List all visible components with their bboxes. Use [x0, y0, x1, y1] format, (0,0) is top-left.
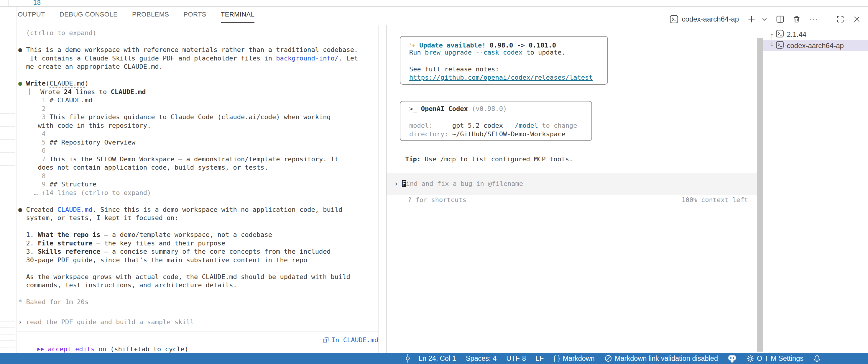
terminal-text: . Since this is a demo workspace with no… [93, 206, 343, 213]
new-terminal-button[interactable] [747, 14, 756, 24]
terminal-line: 30-page PDF guide, since that's the main… [18, 256, 378, 265]
terminal-line: 4 [18, 130, 378, 138]
terminal-icon [776, 30, 784, 39]
copilot-icon [728, 354, 737, 363]
terminal-line: system, or tests, I kept it focused on: [18, 214, 378, 222]
panel-tab-bar: OUTPUT DEBUG CONSOLE PROBLEMS PORTS TERM… [18, 6, 254, 23]
terminal-text: to update. [522, 49, 565, 56]
codex-prompt-row[interactable]: › Find and fix a bug in @filename [386, 173, 757, 195]
terminal-list-label: codex-aarch64-ap [786, 41, 843, 50]
terminal-list-label: 2.1.44 [786, 30, 806, 39]
notifications-bell[interactable] [813, 355, 821, 362]
terminal-text: … +14 lines (ctrl+o to expand) [18, 189, 151, 196]
terminal-line [409, 57, 607, 65]
actions-divider [827, 14, 827, 24]
terminal-text: 1. [18, 231, 38, 238]
claude-prompt-input[interactable]: › read the PDF guide and build a sample … [18, 318, 194, 327]
terminal-text: ⎿ Wrote [18, 88, 64, 96]
terminal-line: 3 This file provides guidance to Claude … [18, 113, 378, 122]
terminal-text: (v0.98.0) [468, 105, 507, 112]
terminal-line: 5 ## Repository Overview [18, 138, 378, 147]
terminal-line: (ctrl+o to expand) [18, 29, 378, 37]
codex-prompt-input[interactable]: › Find and fix a bug in @filename [394, 180, 523, 188]
terminal-link[interactable]: CLAUDE.md [57, 206, 92, 213]
claude-input-divider [17, 332, 378, 332]
close-panel-button[interactable] [852, 15, 861, 23]
codex-terminal[interactable]: ✦✦ Update available! 0.98.0 -> 0.101.0Ru… [386, 25, 757, 353]
codex-banner-box: >_ OpenAI Codex (v0.98.0) model: gpt-5.2… [400, 101, 592, 141]
terminal-tabs-list: ┌ 2.1.44 └ codex-aarch64-ap [763, 25, 868, 353]
terminal-list-item[interactable]: ┌ 2.1.44 [763, 29, 868, 40]
terminal-list-item-selected[interactable]: └ codex-aarch64-ap [763, 40, 868, 51]
terminal-text [18, 38, 22, 45]
encoding-indicator[interactable]: UTF-8 [506, 355, 526, 363]
tab-debug-console[interactable]: DEBUG CONSOLE [60, 6, 118, 23]
terminal-text: 3 [18, 113, 50, 121]
indentation-indicator[interactable]: Spaces: 4 [466, 355, 497, 363]
terminal-text: # CLAUDE.md [50, 96, 93, 104]
terminal-line: Tip: Use /mcp to list configured MCP too… [405, 155, 573, 164]
terminal-text: with code in this repository. [18, 122, 151, 129]
active-terminal-label: codex-aarch64-ap [682, 15, 739, 23]
accept-mode-label[interactable]: accept edits on [48, 345, 110, 353]
left-pane-edge [378, 25, 379, 353]
more-actions-button[interactable]: ··· [809, 18, 818, 21]
overlapping-squares-icon [322, 337, 329, 343]
tab-ports[interactable]: PORTS [183, 6, 206, 23]
cursor-position-indicator[interactable]: Ln 24, Col 1 [418, 355, 456, 363]
eol-indicator[interactable]: LF [536, 355, 544, 363]
terminal-line: directory: ~/GitHub/SFLOW-Demo-Workspace [409, 130, 591, 139]
git-commit-indicator[interactable] [405, 353, 410, 363]
circle-slash-icon [604, 355, 612, 362]
terminal-text: As the workspace grows with actual code,… [18, 273, 350, 280]
claude-terminal-output[interactable]: (ctrl+o to expand) ● This is a demo work… [18, 29, 378, 306]
terminal-text: . Let [338, 55, 358, 62]
sliver-row-lines [0, 321, 15, 355]
in-file-indicator[interactable]: In CLAUDE.md [322, 336, 378, 344]
terminal-icon [670, 15, 678, 24]
tab-output[interactable]: OUTPUT [18, 6, 45, 23]
terminal-link[interactable]: https://github.com/openai/codex/releases… [409, 74, 593, 81]
terminal-text: ## Repository Overview [50, 139, 135, 146]
terminal-text: CLAUDE.md [50, 80, 85, 88]
active-terminal-chip[interactable]: codex-aarch64-ap [670, 15, 739, 24]
terminal-line: 2 [18, 105, 378, 113]
terminal-text [18, 265, 22, 272]
terminal-text: ● Created [18, 206, 57, 213]
terminal-scrollbar[interactable] [757, 38, 763, 352]
terminal-link[interactable]: background-info/ [276, 55, 338, 62]
terminal-icon [776, 41, 784, 51]
codex-footer: ? for shortcuts 100% context left [386, 196, 748, 205]
maximize-panel-button[interactable] [836, 15, 845, 24]
terminal-text: does not contain application code, build… [18, 164, 268, 171]
terminal-text: 6 [18, 147, 46, 154]
split-terminal-button[interactable] [776, 15, 784, 24]
terminal-text: * Baked for 1m 20s [18, 298, 88, 306]
commit-node-icon [405, 353, 410, 363]
copilot-status[interactable] [728, 354, 737, 363]
terminal-line [18, 37, 378, 46]
kill-terminal-button[interactable] [793, 15, 801, 23]
tab-problems[interactable]: PROBLEMS [132, 6, 169, 23]
language-mode-indicator[interactable]: { } Markdown [553, 355, 595, 363]
terminal-line: https://github.com/openai/codex/releases… [409, 73, 607, 82]
terminal-text: Tip: [405, 155, 421, 163]
terminal-text: 3. [18, 248, 38, 255]
terminal-text: 9 [18, 181, 50, 188]
terminal-line: ⎿ Wrote 24 lines to CLAUDE.md [18, 88, 378, 96]
terminal-line [409, 113, 591, 122]
prompt-chevron: › [394, 180, 402, 187]
terminal-text: ● This is a demo workspace with referenc… [18, 46, 358, 53]
link-validation-indicator[interactable]: Markdown link validation disabled [604, 355, 718, 363]
terminal-line: 3. Skills reference — a concise summary … [18, 247, 378, 256]
tab-terminal[interactable]: TERMINAL [221, 6, 254, 23]
terminal-text: Skills reference [38, 248, 100, 255]
terminal-line: 2. File structure — the key files and th… [18, 239, 378, 248]
terminal-line: ✦✦ Update available! 0.98.0 -> 0.101.0 [409, 40, 607, 49]
editor-line-number: 18 [33, 0, 41, 6]
terminal-launch-chevron-down-icon[interactable] [761, 16, 768, 23]
terminal-line: 1 # CLAUDE.md [18, 96, 378, 105]
terminal-text: directory: [409, 130, 448, 138]
settings-status[interactable]: O-T-M Settings [746, 355, 803, 363]
terminal-text [18, 290, 22, 297]
